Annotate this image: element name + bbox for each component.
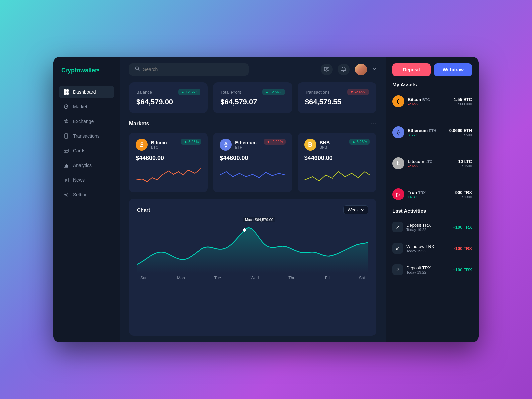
market-card-bnb: B BNB BNB ▲ 5.23% $44600.00 — [298, 133, 376, 192]
avatar[interactable] — [355, 64, 367, 75]
trx-asset-change: 14.3% — [408, 195, 426, 199]
svg-rect-16 — [66, 164, 67, 167]
activity-amount-1: +100 TRX — [453, 225, 472, 230]
activity-amount-3: +100 TRX — [453, 267, 472, 272]
eth-badge: ▼ -2.22% — [264, 139, 286, 145]
eth-coin-info: ⟠ Ethereum ETH — [220, 139, 257, 151]
doc-icon — [63, 133, 69, 139]
divider-2 — [392, 148, 472, 148]
ltc-asset-right: 10 LTC $1500 — [458, 159, 472, 168]
eth-asset-usd: $500 — [449, 133, 472, 137]
market-header-bnb: B BNB BNB ▲ 5.23% — [304, 139, 370, 151]
search-bar[interactable] — [129, 63, 249, 76]
btc-asset-amount: 1.55 BTC — [454, 97, 472, 102]
svg-rect-2 — [64, 92, 66, 95]
logo: Cryptowallet• — [59, 66, 114, 74]
search-icon — [135, 66, 140, 72]
sidebar-item-news[interactable]: News — [59, 174, 114, 186]
market-header-btc: ₿ Bitcoin BTC ▲ 5.23% — [136, 139, 201, 151]
activity-deposit-1: ↗ Deposit TRX Today 19:22 +100 TRX — [392, 219, 472, 235]
trx-asset-usd: $1300 — [455, 195, 472, 199]
withdraw-button[interactable]: Withdraw — [434, 63, 472, 76]
btc-name: Bitcoin — [151, 140, 167, 145]
sidebar-label-analytics: Analytics — [73, 163, 92, 168]
grid-icon — [63, 89, 69, 95]
markets-title: Markets — [129, 121, 149, 127]
sidebar-item-analytics[interactable]: Analytics — [59, 159, 114, 172]
activity-name-1: Deposit TRX — [406, 223, 431, 228]
bnb-symbol: BNB — [320, 145, 330, 149]
stat-card-transactions: Transactions ▼ -2.65% $64,579.55 — [298, 82, 376, 113]
sidebar-item-dashboard[interactable]: Dashboard — [59, 86, 114, 98]
trx-asset-amount: 900 TRX — [455, 190, 472, 195]
eth-asset-right: 0.0669 ETH $500 — [449, 128, 472, 137]
stat-badge-balance: ▲ 12.56% — [178, 89, 200, 95]
sidebar: Cryptowallet• Dashboard — [53, 57, 120, 342]
bnb-sparkline — [304, 165, 370, 185]
asset-item-eth: ⟠ Ethereum ETH 3.56% 0.0669 ETH $500 — [392, 124, 472, 141]
sidebar-label-setting: Setting — [73, 192, 88, 197]
stat-value-balance: $64,579.00 — [136, 98, 200, 106]
activity-name-2: Withdraw TRX — [406, 244, 434, 249]
bar-icon — [63, 162, 69, 168]
sidebar-label-market: Market — [73, 104, 87, 109]
sidebar-item-exchange[interactable]: Exchange — [59, 115, 114, 128]
activity-time-3: Today 19:22 — [406, 270, 431, 274]
activity-deposit-2: ↗ Deposit TRX Today 19:22 +100 TRX — [392, 262, 472, 278]
week-dropdown[interactable]: Week — [343, 205, 368, 214]
markets-more-button[interactable]: ··· — [371, 120, 376, 127]
activity-withdraw-1: ↙ Withdraw TRX Today 19:22 -100 TRX — [392, 240, 472, 256]
asset-item-trx: ▷ Tron TRX 14.3% 900 TRX $1300 — [392, 186, 472, 203]
gear-icon — [63, 192, 69, 198]
btc-asset-change: -2.65% — [408, 102, 430, 106]
notification-icon-btn[interactable] — [338, 64, 350, 75]
right-panel: Deposit Withdraw My Assets ₿ Bitcon BTC … — [386, 57, 479, 342]
stat-card-balance: Balance ▲ 12.56% $64,579.00 — [129, 82, 208, 113]
eth-sparkline — [220, 165, 285, 185]
chevron-down-icon[interactable] — [372, 66, 376, 72]
svg-rect-11 — [64, 149, 68, 152]
btc-icon: ₿ — [136, 139, 148, 151]
deposit-activity-icon-2: ↗ — [392, 264, 403, 275]
app-container: Cryptowallet• Dashboard — [53, 57, 479, 342]
eth-asset-icon: ⟠ — [392, 126, 404, 138]
sidebar-item-market[interactable]: Market — [59, 100, 114, 113]
deposit-button[interactable]: Deposit — [392, 63, 431, 76]
exchange-icon — [63, 118, 69, 124]
last-activities-title: Last Activities — [392, 208, 472, 214]
sidebar-item-setting[interactable]: Setting — [59, 188, 114, 201]
ltc-asset-amount: 10 LTC — [458, 159, 472, 164]
sidebar-label-news: News — [73, 177, 85, 183]
chart-labels: Sun Mon Tue Wed Thu Fri Sat — [137, 276, 368, 280]
chart-area: Max : $64,579.00 — [137, 220, 368, 273]
ltc-asset-change: -2.65% — [408, 164, 432, 168]
btc-symbol: BTC — [151, 145, 167, 149]
search-input[interactable] — [143, 67, 243, 72]
stat-label-balance: Balance ▲ 12.56% — [136, 89, 200, 95]
bnb-coin-info: B BNB BNB — [304, 139, 330, 151]
trx-asset-name: Tron TRX — [408, 190, 426, 195]
sidebar-label-cards: Cards — [73, 148, 85, 153]
activity-name-3: Deposit TRX — [406, 265, 431, 270]
chart-max-dot — [243, 228, 246, 232]
sidebar-label-dashboard: Dashboard — [73, 89, 96, 95]
stat-card-profit: Total Profit ▲ 12.56% $64,579.07 — [213, 82, 292, 113]
messages-icon-btn[interactable] — [321, 64, 332, 75]
market-header-eth: ⟠ Ethereum ETH ▼ -2.22% — [220, 139, 285, 151]
sidebar-item-cards[interactable]: Cards — [59, 144, 114, 157]
btc-asset-usd: $600000 — [454, 102, 472, 106]
sidebar-item-transactions[interactable]: Transactions — [59, 130, 114, 142]
markets-row: ₿ Bitcoin BTC ▲ 5.23% $44600.00 — [120, 133, 386, 199]
activity-amount-2: -100 TRX — [454, 246, 472, 251]
activity-time-2: Today 19:22 — [406, 249, 434, 253]
svg-point-22 — [66, 194, 67, 196]
eth-asset-amount: 0.0669 ETH — [449, 128, 472, 133]
bnb-icon: B — [304, 139, 316, 151]
svg-rect-0 — [64, 89, 66, 92]
ltc-asset-name: Litecoin LTC — [408, 159, 432, 164]
dropdown-chevron-icon — [361, 208, 364, 212]
avatar-image — [355, 64, 367, 75]
logo-dot: • — [97, 66, 100, 74]
card-icon — [63, 148, 69, 154]
chart-max-label: Max : $64,579.00 — [243, 217, 275, 222]
